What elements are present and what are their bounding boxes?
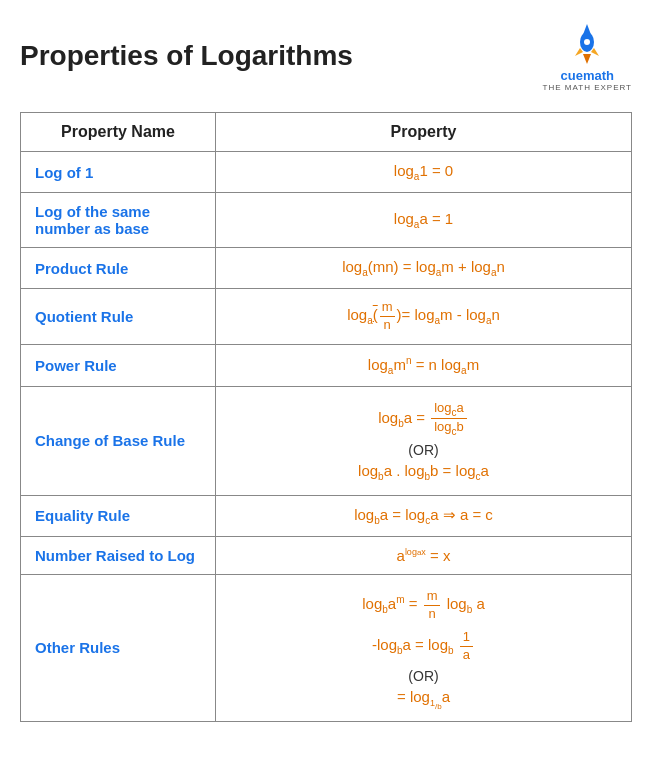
col-property-name: Property Name <box>21 113 216 152</box>
row-numberraised-name: Number Raised to Log <box>21 536 216 574</box>
row-equality-name: Equality Rule <box>21 495 216 536</box>
page-header: Properties of Logarithms cuemath THE MAT… <box>20 20 632 92</box>
row-power-name: Power Rule <box>21 344 216 386</box>
table-row: Quotient Rule loga(mn)= logam - logan <box>21 289 632 345</box>
cuemath-logo: cuemath THE MATH EXPERT <box>543 20 632 92</box>
table-row: Product Rule loga(mn) = logam + logan <box>21 248 632 289</box>
svg-point-5 <box>584 39 590 45</box>
row-changeofbase-name: Change of Base Rule <box>21 386 216 495</box>
table-row: Log of 1 loga1 = 0 <box>21 152 632 193</box>
row-numberraised-formula: alogax = x <box>216 536 632 574</box>
row-quotient-name: Quotient Rule <box>21 289 216 345</box>
row-product-formula: loga(mn) = logam + logan <box>216 248 632 289</box>
row-logsame-name: Log of the same number as base <box>21 193 216 248</box>
page-title: Properties of Logarithms <box>20 40 353 72</box>
cuemath-brand-text: cuemath <box>543 68 632 83</box>
row-equality-formula: logba = logca ⇒ a = c <box>216 495 632 536</box>
table-row: Equality Rule logba = logca ⇒ a = c <box>21 495 632 536</box>
row-changeofbase-formula: logba = logca logcb (OR) logba . logbb =… <box>216 386 632 495</box>
row-log1-formula: loga1 = 0 <box>216 152 632 193</box>
table-row: Number Raised to Log alogax = x <box>21 536 632 574</box>
row-power-formula: logamn = n logam <box>216 344 632 386</box>
row-otherrules-formula: logbam = m n logb a -logba = logb 1 a (O… <box>216 574 632 721</box>
row-product-name: Product Rule <box>21 248 216 289</box>
svg-marker-3 <box>591 48 599 56</box>
row-otherrules-name: Other Rules <box>21 574 216 721</box>
table-row: Power Rule logamn = n logam <box>21 344 632 386</box>
svg-marker-2 <box>575 48 583 56</box>
row-logsame-formula: logaa = 1 <box>216 193 632 248</box>
col-property: Property <box>216 113 632 152</box>
properties-table: Property Name Property Log of 1 loga1 = … <box>20 112 632 722</box>
table-row: Log of the same number as base logaa = 1 <box>21 193 632 248</box>
table-row: Other Rules logbam = m n logb a -logba =… <box>21 574 632 721</box>
row-log1-name: Log of 1 <box>21 152 216 193</box>
svg-marker-4 <box>583 54 591 64</box>
row-quotient-formula: loga(mn)= logam - logan <box>216 289 632 345</box>
cuemath-tagline: THE MATH EXPERT <box>543 83 632 92</box>
cuemath-rocket-icon <box>563 20 611 68</box>
table-row: Change of Base Rule logba = logca logcb … <box>21 386 632 495</box>
